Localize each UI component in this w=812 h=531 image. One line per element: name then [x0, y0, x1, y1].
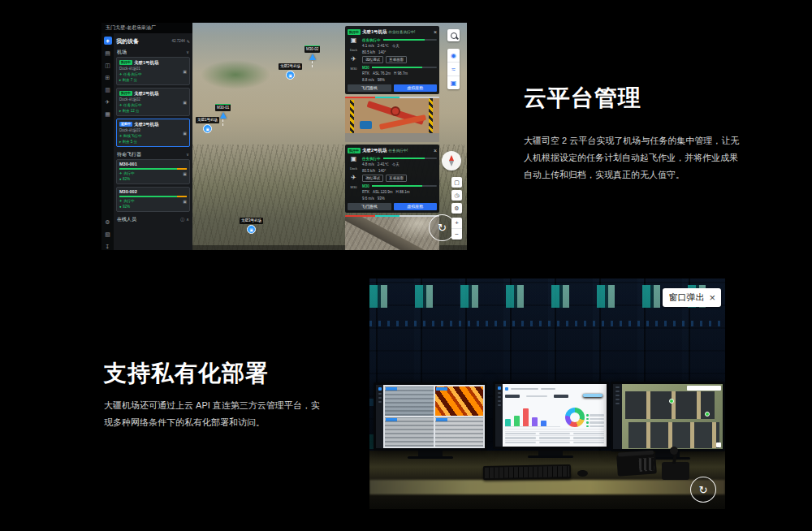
map-marker-drone[interactable]: M30-02 — [304, 45, 320, 67]
popout-window-button[interactable]: 窗口弹出 × — [663, 288, 721, 307]
rail-map-icon[interactable]: ▥ — [105, 87, 110, 93]
map-marker-dock[interactable]: 戈壁1号机场 ▣ — [196, 117, 219, 133]
status-badge: 执行中 — [119, 60, 132, 65]
rail-dock-icon[interactable]: ▤ — [105, 50, 110, 57]
status-badge: 返航中 — [119, 122, 132, 127]
map-tools-group: ◉ ≈ ▣ — [447, 49, 460, 89]
mouse — [577, 470, 588, 477]
close-icon[interactable]: × — [434, 29, 437, 35]
map-marker — [705, 412, 710, 417]
camera-tile-thermal — [435, 386, 484, 416]
monitor-stand — [538, 448, 563, 456]
rail-library-icon[interactable]: ▦ — [105, 111, 110, 118]
camera-icon[interactable]: ▣ — [183, 199, 187, 204]
flight-route-button[interactable]: 飞行路线 — [348, 84, 391, 92]
solar-array-blocks — [625, 391, 715, 419]
live-view-button[interactable]: 直播画面 — [386, 56, 407, 63]
panel-coordinates: 42.7244 — [172, 39, 185, 43]
compass-south-needle — [449, 161, 454, 166]
sidebar-rail: ◈ ▤ ◫ ⊞ ▥ ✈ ▦ ⚙ ▧ ↧ — [102, 33, 114, 250]
battery-percent: 93% — [378, 196, 385, 201]
monitor-app-sidebar — [613, 384, 622, 449]
camera-icon[interactable]: ▣ — [183, 100, 187, 105]
virtual-cockpit-button[interactable]: 虚拟座舱 — [394, 203, 438, 210]
monitor-dashboard — [493, 382, 609, 449]
battery-bar — [119, 196, 187, 197]
dashboard-table — [505, 431, 604, 444]
dashboard-donut-chart — [565, 408, 585, 427]
replay-button[interactable]: ↻ — [690, 477, 716, 503]
server-room-photo: 窗口弹出 × ↻ — [369, 278, 725, 509]
battery-bar — [119, 168, 187, 170]
rail-log-icon[interactable]: ▧ — [105, 231, 110, 238]
monitor-app-sidebar — [376, 385, 383, 448]
drone-icon — [220, 112, 227, 119]
close-icon[interactable]: × — [709, 292, 715, 303]
section-body-cloud: 大疆司空 2 云平台实现了机场与任务的集中管理，让无人机根据设定的任务计划自动起… — [524, 132, 741, 183]
edit-icon[interactable]: ✎ — [187, 39, 190, 44]
drone-icon: ✈ — [351, 175, 356, 181]
flight-route-button[interactable]: 飞行路线 — [348, 203, 391, 210]
monitor-map — [611, 382, 725, 451]
group-header-online[interactable]: 在线人员 ⓘ ∧ — [116, 214, 190, 224]
remote-debug-button[interactable]: 远程调试 — [362, 175, 383, 182]
rail-settings-icon[interactable]: ⚙ — [105, 219, 110, 226]
search-button[interactable] — [447, 29, 460, 41]
rail-task-icon[interactable]: ⊞ — [106, 75, 110, 81]
map-marker-dock[interactable]: 戈壁2号机场 ▣ — [279, 63, 302, 80]
fullscreen-button[interactable]: ▢ — [451, 177, 462, 188]
dock-camera-feed[interactable] — [345, 97, 439, 142]
dock-card[interactable]: 执行中 戈壁1号机场 Dock-机场01 ✈ 任务执行中 ▸ 剩余 7 分 ▣ — [116, 57, 190, 85]
chevron-down-icon: ∨ — [186, 50, 189, 54]
pin-tool-button[interactable]: ◉ — [447, 49, 460, 63]
desk-phone — [616, 452, 657, 476]
dock-icon: ▣ — [351, 156, 357, 162]
drone-card[interactable]: M30-001 ✈ 执行中 ● 82% ▣ — [116, 159, 190, 184]
virtual-cockpit-button[interactable]: 虚拟座舱 — [394, 84, 438, 92]
dock-icon: ▣ — [247, 225, 256, 234]
camera-icon[interactable]: ▣ — [183, 171, 187, 176]
compass-control[interactable] — [442, 151, 461, 171]
app-logo-icon[interactable]: ◈ — [104, 37, 112, 45]
rail-export-icon[interactable]: ↧ — [106, 244, 110, 250]
chevron-up-icon: ∧ — [186, 217, 189, 222]
dashboard-chart — [505, 401, 604, 430]
panel-title: 我的设备 — [116, 37, 172, 45]
camera-icon[interactable]: ▣ — [183, 131, 187, 136]
rail-flight-icon[interactable]: ✈ — [106, 99, 110, 106]
close-icon[interactable]: × — [434, 148, 437, 153]
zoom-in-button[interactable]: + — [451, 218, 462, 229]
dock-card[interactable]: 执行中 戈壁2号机场 Dock-机场02 ✈ 任务执行中 ▸ 剩余 12 分 ▣ — [116, 88, 190, 116]
section-title-private: 支持私有化部署 — [104, 360, 269, 387]
remote-debug-button[interactable]: 远程调试 — [362, 56, 383, 63]
history-button[interactable]: ◷ — [451, 190, 462, 201]
chevron-down-icon: ∨ — [186, 152, 189, 157]
search-icon — [451, 32, 457, 39]
satellite-map — [622, 384, 723, 449]
route-tool-button[interactable]: ≈ — [447, 63, 460, 76]
dock-icon: ▣ — [203, 124, 212, 133]
dock-card-selected[interactable]: 返航中 戈壁3号机场 Dock-机场03 ✈ 航线飞行中 ▸ 剩余 5 分 ▣ — [116, 119, 190, 147]
device-list-panel: 我的设备 42.7244 ✎ 机场 ∨ 执行中 戈壁1号机场 Dock-机场01… — [114, 33, 192, 250]
chart-legend — [590, 414, 604, 427]
compass-north-needle — [449, 155, 454, 161]
frame-tool-button[interactable]: ▣ — [447, 76, 460, 89]
device-status-panel: 执行中 戈壁1号机场 作业任务执行中! × ▣ Dock ✈ M30 — [345, 26, 439, 94]
drone-card[interactable]: M30-002 ✈ 执行中 ● 92% ▣ — [116, 187, 190, 212]
map-search-bar — [687, 386, 721, 391]
status-badge: 执行中 — [348, 148, 361, 153]
drone-camera-feed[interactable] — [345, 215, 439, 250]
solar-array-blocks — [628, 422, 719, 448]
group-header-standby[interactable]: 待命飞行器 ∨ — [116, 149, 190, 159]
map-canvas[interactable]: M30-02 戈壁2号机场 ▣ M30-01 戈壁1号机场 ▣ 戈壁3号机场 ▣ — [192, 23, 467, 250]
map-oasis — [201, 60, 270, 89]
dock-icon: ▣ — [286, 71, 295, 80]
live-view-button[interactable]: 直播画面 — [386, 175, 407, 182]
settings-button[interactable]: ⚙ — [451, 203, 462, 214]
camera-icon[interactable]: ▣ — [183, 69, 187, 74]
map-marker-dock[interactable]: 戈壁3号机场 ▣ — [240, 218, 263, 234]
battery-percent: 98% — [378, 78, 385, 82]
rail-media-icon[interactable]: ◫ — [105, 63, 110, 69]
group-header-dock[interactable]: 机场 ∨ — [116, 47, 190, 57]
zoom-out-button[interactable]: − — [451, 229, 462, 240]
